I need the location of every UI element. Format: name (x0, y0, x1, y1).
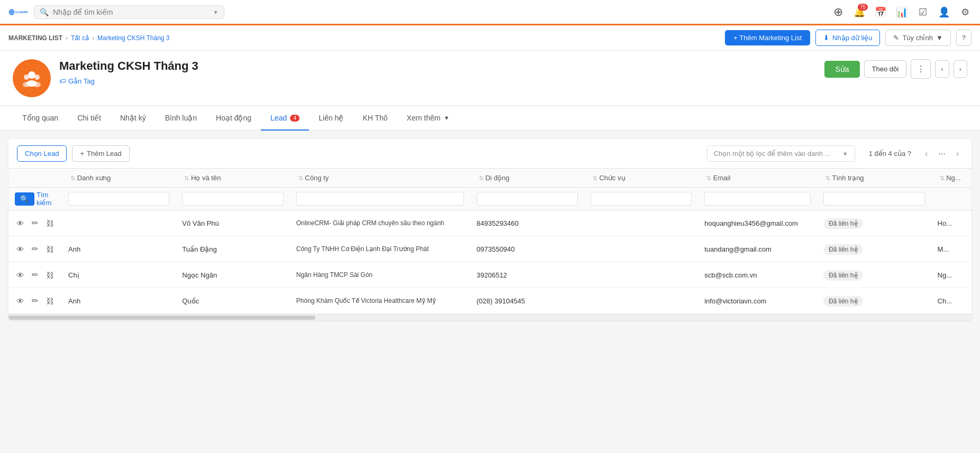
unlink-button[interactable]: ⛓ (44, 243, 56, 255)
breadcrumb-item-1[interactable]: Tất cả (71, 34, 89, 42)
sort-icon: ⇅ (706, 175, 711, 181)
tag-label[interactable]: 🏷 Gắn Tag (59, 77, 816, 85)
import-icon: ⬇ (823, 34, 829, 42)
col-di-dong[interactable]: ⇅ Di động (470, 169, 584, 188)
edit-button[interactable]: ✏ (30, 243, 40, 255)
scrollbar-thumb[interactable] (8, 316, 315, 320)
cell-email: scb@scb.com.vn (698, 262, 817, 288)
tab-tong-quan[interactable]: Tổng quan (13, 106, 68, 131)
tab-lien-he[interactable]: Liên hệ (309, 106, 353, 131)
cell-danh-xung: Anh (62, 288, 176, 314)
edit-button[interactable]: ✏ (30, 269, 40, 281)
cell-ng: Ho... (931, 210, 972, 236)
breadcrumb-item-2[interactable]: Marketing CKSH Tháng 3 (97, 34, 170, 42)
table-row: 👁 ✏ ⛓ Anh Quốc Phòng Khám Quốc Tế Victor… (8, 288, 972, 314)
them-lead-button[interactable]: + Thêm Lead (72, 145, 129, 162)
notification-badge: 75 (858, 4, 868, 11)
cell-danh-xung (62, 210, 176, 236)
leads-table: ⇅ Danh xưng ⇅ Họ và tên ⇅ Công ty ⇅ Di đ… (8, 169, 972, 314)
sort-icon: ⇅ (940, 175, 945, 181)
col-cong-ty[interactable]: ⇅ Công ty (290, 169, 470, 188)
table-toolbar: Chọn Lead + Thêm Lead Chọn một bộ lọc để… (8, 139, 972, 169)
horizontal-scrollbar[interactable] (8, 314, 972, 320)
col-ng[interactable]: ⇅ Ng... (931, 169, 972, 188)
filter-danh-xung-input[interactable] (68, 192, 169, 206)
col-actions (8, 169, 62, 188)
unlink-button[interactable]: ⛓ (44, 295, 56, 307)
filter-select[interactable]: Chọn một bộ lọc để thêm vào danh ... ▼ (707, 145, 855, 162)
breadcrumb-item-0[interactable]: MARKETING LIST (8, 34, 62, 42)
filter-ho-va-ten (176, 188, 289, 210)
search-bar[interactable]: 🔍 ▼ (34, 5, 224, 19)
table-body: 👁 ✏ ⛓ Võ Văn Phú OnlineCRM- Giải pháp CR… (8, 210, 972, 314)
theo-doi-button[interactable]: Theo dõi (864, 60, 907, 78)
tasks-icon[interactable]: ☑ (917, 6, 929, 19)
calendar-icon[interactable]: 📅 (874, 6, 887, 19)
view-button[interactable]: 👁 (15, 295, 26, 307)
import-data-button[interactable]: ⬇ Nhập dữ liệu (815, 30, 880, 46)
search-icon: 🔍 (40, 8, 49, 16)
view-button[interactable]: 👁 (15, 269, 26, 281)
chart-icon[interactable]: 📊 (895, 6, 908, 19)
col-chuc-vu[interactable]: ⇅ Chức vụ (584, 169, 698, 188)
chon-lead-button[interactable]: Chọn Lead (17, 145, 67, 162)
row-actions-cell: 👁 ✏ ⛓ (8, 262, 62, 288)
tab-chi-tiet[interactable]: Chi tiết (68, 106, 111, 131)
tab-binh-luan[interactable]: Bình luận (156, 106, 206, 131)
add-icon[interactable]: ⊕ (832, 6, 845, 19)
prev-page-button[interactable]: ‹ (921, 147, 932, 161)
view-button[interactable]: 👁 (15, 217, 26, 229)
navbar: CLOUDPRO 🔍 ▼ ⊕ 🔔 75 📅 📊 ☑ 👤 ⚙ (0, 0, 980, 25)
edit-button[interactable]: ✏ (30, 294, 40, 307)
tab-kh-tho[interactable]: KH Thô (353, 106, 397, 131)
sua-button[interactable]: Sửa (824, 61, 859, 78)
main-content: Chọn Lead + Thêm Lead Chọn một bộ lọc để… (8, 139, 972, 320)
svg-point-9 (33, 82, 41, 87)
col-tinh-trang[interactable]: ⇅ Tình trạng (817, 169, 931, 188)
filter-cong-ty-input[interactable] (296, 192, 464, 206)
view-button[interactable]: 👁 (15, 243, 26, 255)
notification-icon[interactable]: 🔔 75 (853, 6, 866, 19)
filter-ho-va-ten-input[interactable] (182, 192, 283, 206)
prev-record-button[interactable]: ‹ (935, 60, 949, 78)
col-ho-va-ten[interactable]: ⇅ Họ và tên (176, 169, 289, 188)
unlink-button[interactable]: ⛓ (44, 269, 56, 281)
filter-email-input[interactable] (704, 192, 811, 206)
next-record-button[interactable]: › (954, 60, 967, 78)
add-marketing-list-button[interactable]: + Thêm Marketing List (725, 30, 810, 45)
col-email[interactable]: ⇅ Email (698, 169, 817, 188)
row-actions: 👁 ✏ ⛓ (15, 294, 56, 307)
filter-chuc-vu-input[interactable] (591, 192, 692, 206)
search-button[interactable]: 🔍 (15, 192, 34, 206)
unlink-button[interactable]: ⛓ (44, 217, 56, 229)
cell-ng: Ng... (931, 262, 972, 288)
help-button[interactable]: ? (956, 30, 972, 46)
customize-button[interactable]: ✎ Tùy chỉnh ▼ (885, 30, 950, 46)
filter-tinh-trang-input[interactable] (823, 192, 924, 206)
svg-text:CLOUDPRO: CLOUDPRO (15, 11, 28, 13)
filter-di-dong-input[interactable] (477, 192, 578, 206)
next-page-button[interactable]: › (952, 147, 963, 161)
search-label[interactable]: Tìm kiếm (37, 191, 56, 207)
cell-danh-xung: Chị (62, 262, 176, 288)
tab-hoat-dong[interactable]: Hoạt động (206, 106, 261, 131)
more-pages-button[interactable]: ··· (934, 147, 949, 161)
settings-icon[interactable]: ⚙ (959, 6, 972, 19)
tab-lead[interactable]: Lead 4 (261, 106, 309, 131)
edit-button[interactable]: ✏ (30, 217, 40, 229)
cell-ho-va-ten: Ngọc Ngân (176, 262, 289, 288)
cell-chuc-vu (584, 236, 698, 262)
col-danh-xung[interactable]: ⇅ Danh xưng (62, 169, 176, 188)
search-input[interactable] (53, 8, 208, 16)
row-actions: 👁 ✏ ⛓ (15, 269, 56, 281)
tab-xem-them[interactable]: Xem thêm ▼ (397, 106, 459, 131)
dropdown-icon: ▼ (213, 9, 219, 15)
cell-email: hoquanghieu3456@gmail.com (698, 210, 817, 236)
cell-chuc-vu (584, 288, 698, 314)
user-icon[interactable]: 👤 (938, 6, 950, 19)
more-options-button[interactable]: ⋮ (911, 59, 931, 79)
tab-nhat-ky[interactable]: Nhật ký (111, 106, 156, 131)
breadcrumb-actions: + Thêm Marketing List ⬇ Nhập dữ liệu ✎ T… (725, 30, 972, 46)
page-icon (13, 59, 51, 97)
svg-point-4 (28, 71, 35, 79)
